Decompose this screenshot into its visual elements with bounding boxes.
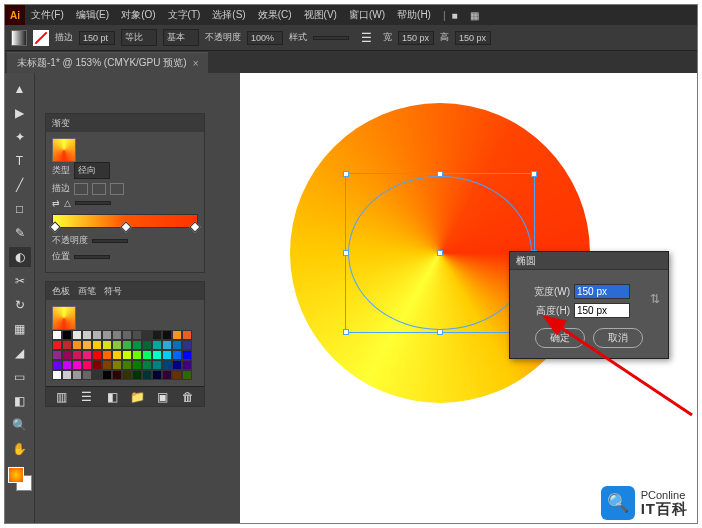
pencil-tool-icon[interactable]: ✎ (9, 223, 31, 243)
rotate-tool-icon[interactable]: ↻ (9, 295, 31, 315)
stroke-align-1-icon[interactable] (74, 183, 88, 195)
zoom-tool-icon[interactable]: 🔍 (9, 415, 31, 435)
swatch-cell[interactable] (152, 340, 162, 350)
gradient-stop-2[interactable] (120, 221, 131, 232)
swatch-cell[interactable] (182, 370, 192, 380)
swatch-cell[interactable] (162, 360, 172, 370)
swatch-cell[interactable] (172, 360, 182, 370)
handle-bm[interactable] (437, 329, 443, 335)
handle-tr[interactable] (531, 171, 537, 177)
brush-preset-select[interactable]: 基本 (163, 29, 199, 46)
gradient-type-select[interactable]: 径向 (74, 162, 110, 179)
dialog-title[interactable]: 椭圆 (510, 252, 668, 270)
swatch-cell[interactable] (52, 360, 62, 370)
swatch-cell[interactable] (52, 330, 62, 340)
swatch-cell[interactable] (62, 340, 72, 350)
arrange-docs-icon[interactable]: ▦ (464, 10, 485, 21)
reverse-gradient-icon[interactable]: ⇄ (52, 198, 60, 208)
stroke-align-2-icon[interactable] (92, 183, 106, 195)
gradient-tab[interactable]: 渐变 (52, 117, 70, 130)
swatch-cell[interactable] (92, 340, 102, 350)
handle-ml[interactable] (343, 250, 349, 256)
swatch-cell[interactable] (182, 330, 192, 340)
swatch-cell[interactable] (162, 330, 172, 340)
constrain-proportions-icon[interactable]: ⇅ (650, 292, 660, 306)
swatch-cell[interactable] (142, 350, 152, 360)
mesh-tool-icon[interactable]: ▦ (9, 319, 31, 339)
width-input[interactable]: 150 px (398, 31, 434, 45)
current-swatch[interactable] (52, 306, 76, 330)
menu-select[interactable]: 选择(S) (206, 8, 251, 22)
menu-window[interactable]: 窗口(W) (343, 8, 391, 22)
swatch-cell[interactable] (102, 340, 112, 350)
selection-bounding-box[interactable] (345, 173, 535, 333)
swatch-cell[interactable] (142, 340, 152, 350)
dialog-width-input[interactable] (574, 284, 630, 299)
menu-edit[interactable]: 编辑(E) (70, 8, 115, 22)
swatch-cell[interactable] (152, 360, 162, 370)
swatch-cell[interactable] (162, 350, 172, 360)
swatch-cell[interactable] (72, 350, 82, 360)
swatch-cell[interactable] (142, 360, 152, 370)
height-input[interactable]: 150 px (455, 31, 491, 45)
swatch-cell[interactable] (132, 330, 142, 340)
gradient-preview-swatch[interactable] (52, 138, 76, 162)
swatch-cell[interactable] (152, 350, 162, 360)
handle-tm[interactable] (437, 171, 443, 177)
align-icon[interactable]: ☰ (355, 28, 377, 48)
menu-effect[interactable]: 效果(C) (252, 8, 298, 22)
cancel-button[interactable]: 取消 (593, 328, 643, 348)
swatch-cell[interactable] (72, 360, 82, 370)
swatch-cell[interactable] (62, 370, 72, 380)
no-stroke-icon[interactable] (33, 30, 49, 46)
uniform-select[interactable]: 等比 (121, 29, 157, 46)
stop-location-input[interactable] (74, 255, 110, 259)
gradient-stop-3[interactable] (189, 221, 200, 232)
swatch-cell[interactable] (182, 340, 192, 350)
gradient-slider[interactable] (52, 214, 198, 228)
swatch-cell[interactable] (162, 340, 172, 350)
swatch-library-icon[interactable]: ▥ (52, 387, 71, 407)
swatch-cell[interactable] (172, 350, 182, 360)
type-tool-icon[interactable]: T (9, 151, 31, 171)
swatch-cell[interactable] (52, 350, 62, 360)
menu-help[interactable]: 帮助(H) (391, 8, 437, 22)
swatch-cell[interactable] (92, 350, 102, 360)
swatch-cell[interactable] (162, 370, 172, 380)
swatch-cell[interactable] (72, 330, 82, 340)
menu-view[interactable]: 视图(V) (298, 8, 343, 22)
swatch-cell[interactable] (152, 370, 162, 380)
swatch-cell[interactable] (72, 340, 82, 350)
swatch-cell[interactable] (72, 370, 82, 380)
menu-file[interactable]: 文件(F) (25, 8, 70, 22)
brushes-tab[interactable]: 画笔 (78, 285, 96, 298)
swatch-cell[interactable] (182, 350, 192, 360)
swatch-cell[interactable] (102, 350, 112, 360)
fill-color-icon[interactable] (8, 467, 24, 483)
ok-button[interactable]: 确定 (535, 328, 585, 348)
gradient-stop-1[interactable] (49, 221, 60, 232)
swatch-cell[interactable] (82, 350, 92, 360)
swatch-cell[interactable] (102, 330, 112, 340)
ellipse-tool-icon[interactable]: ◐ (9, 247, 31, 267)
swatch-menu-icon[interactable]: ☰ (77, 387, 96, 407)
swatch-cell[interactable] (132, 340, 142, 350)
swatch-cell[interactable] (62, 330, 72, 340)
swatch-cell[interactable] (122, 330, 132, 340)
swatch-cell[interactable] (112, 340, 122, 350)
slice-tool-icon[interactable]: ◧ (9, 391, 31, 411)
swatch-cell[interactable] (132, 350, 142, 360)
document-tab[interactable]: 未标题-1* @ 153% (CMYK/GPU 预览) × (7, 52, 208, 73)
opacity-input[interactable]: 100% (247, 31, 283, 45)
swatch-cell[interactable] (102, 370, 112, 380)
swatch-cell[interactable] (52, 370, 62, 380)
magic-wand-tool-icon[interactable]: ✦ (9, 127, 31, 147)
swatch-cell[interactable] (142, 330, 152, 340)
style-select[interactable] (313, 36, 349, 40)
swatch-cell[interactable] (172, 370, 182, 380)
gradient-angle-input[interactable] (75, 201, 111, 205)
swatch-cell[interactable] (112, 330, 122, 340)
swatch-cell[interactable] (92, 360, 102, 370)
stop-opacity-input[interactable] (92, 239, 128, 243)
swatch-cell[interactable] (132, 370, 142, 380)
